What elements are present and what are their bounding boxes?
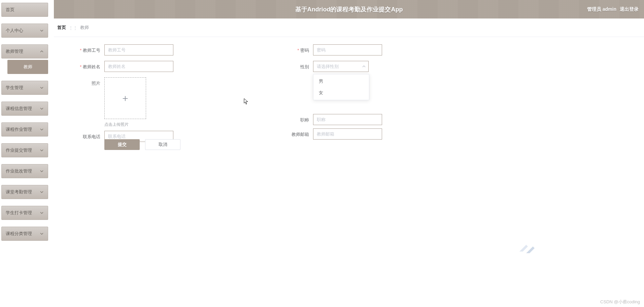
chevron-down-icon [40, 86, 44, 90]
form-buttons: 提交 取消 [67, 139, 276, 150]
submit-button[interactable]: 提交 [104, 139, 140, 150]
sidebar-item-teacher-mgmt[interactable]: 教师管理 [1, 44, 48, 59]
gender-label: 性别 [276, 61, 313, 70]
email-input[interactable] [313, 128, 382, 140]
sidebar-item-label: 课堂考勤管理 [6, 189, 32, 195]
phone-label: 联系电话 [67, 131, 104, 140]
teacher-id-input[interactable] [104, 44, 173, 55]
logout-link[interactable]: 退出登录 [620, 6, 639, 12]
sidebar-item-student-checkin-mgmt[interactable]: 学生打卡管理 [1, 206, 48, 220]
sidebar-item-label: 课程作业管理 [6, 126, 32, 132]
form-row-photo: 照片 ＋ 点击上传照片 [67, 77, 276, 127]
teacher-id-label: 教师工号 [67, 44, 104, 53]
form-row-title: 职称 [276, 114, 485, 125]
sidebar: 首页 个人中心 教师管理 教师 学生管理 课程信息管理 课程作业管理 作业提交管… [0, 0, 49, 307]
photo-upload-wrap: ＋ 点击上传照片 [104, 77, 146, 127]
title-input[interactable] [313, 114, 382, 125]
gender-option-female[interactable]: 女 [313, 87, 369, 99]
gender-option-male[interactable]: 男 [313, 76, 369, 87]
header: 基于Andriod的课程考勤及作业提交App 管理员 admin 退出登录 [54, 0, 644, 18]
sidebar-item-label: 课程分类管理 [6, 231, 32, 237]
photo-upload-hint: 点击上传照片 [104, 122, 146, 127]
form-row-email: 教师邮箱 [276, 128, 485, 140]
sidebar-item-label: 教师管理 [6, 48, 23, 54]
sidebar-item-home[interactable]: 首页 [1, 3, 48, 17]
form-row-teacher-id: 教师工号 [67, 44, 276, 55]
sidebar-subitem-label: 教师 [24, 64, 32, 70]
gender-dropdown: 男 女 [313, 74, 369, 100]
chevron-down-icon [40, 107, 44, 111]
chevron-down-icon [40, 190, 44, 194]
chevron-down-icon [40, 127, 44, 131]
breadcrumb-home[interactable]: 首页 [57, 25, 66, 31]
gender-placeholder: 请选择性别 [317, 64, 339, 70]
sidebar-item-attendance-mgmt[interactable]: 课堂考勤管理 [1, 185, 48, 199]
chevron-up-icon [362, 64, 366, 69]
header-user-area: 管理员 admin 退出登录 [587, 0, 639, 18]
sidebar-item-label: 学生管理 [6, 85, 23, 91]
sidebar-item-homework-grade-mgmt[interactable]: 作业批改管理 [1, 164, 48, 178]
sidebar-item-course-homework-mgmt[interactable]: 课程作业管理 [1, 122, 48, 137]
page-title: 基于Andriod的课程考勤及作业提交App [295, 5, 403, 13]
sidebar-item-label: 首页 [6, 7, 14, 13]
admin-label[interactable]: 管理员 admin [587, 6, 616, 12]
sidebar-item-label: 学生打卡管理 [6, 210, 32, 216]
email-label: 教师邮箱 [276, 128, 313, 138]
password-label: 密码 [276, 44, 313, 53]
chevron-up-icon [40, 49, 44, 53]
chevron-down-icon [40, 169, 44, 173]
teacher-form: 教师工号 密码 教师姓名 性别 请选择性别 男 女 [67, 44, 631, 153]
teacher-name-label: 教师姓名 [67, 61, 104, 70]
sidebar-item-label: 课程信息管理 [6, 106, 32, 112]
cancel-button[interactable]: 取消 [145, 139, 180, 150]
sidebar-item-label: 作业提交管理 [6, 147, 32, 153]
chevron-down-icon [40, 211, 44, 215]
plus-icon: ＋ [121, 92, 130, 105]
password-input[interactable] [313, 44, 382, 55]
breadcrumb-current: 教师 [80, 25, 89, 31]
sidebar-subitem-teacher[interactable]: 教师 [7, 60, 48, 74]
chevron-down-icon [40, 232, 44, 236]
form-row-teacher-name: 教师姓名 [67, 61, 276, 72]
sidebar-item-label: 个人中心 [6, 28, 23, 34]
form-row-password: 密码 [276, 44, 485, 55]
sidebar-item-label: 作业批改管理 [6, 168, 32, 174]
photo-label: 照片 [67, 77, 104, 86]
sidebar-item-personal[interactable]: 个人中心 [1, 24, 48, 38]
teacher-name-input[interactable] [104, 61, 173, 72]
photo-upload-box[interactable]: ＋ [104, 77, 146, 119]
sidebar-item-homework-submit-mgmt[interactable]: 作业提交管理 [1, 143, 48, 157]
chevron-down-icon [40, 29, 44, 33]
title-label: 职称 [276, 114, 313, 123]
sidebar-item-course-info-mgmt[interactable]: 课程信息管理 [1, 102, 48, 116]
chevron-down-icon [40, 148, 44, 152]
main-content: 教师工号 密码 教师姓名 性别 请选择性别 男 女 [54, 37, 644, 307]
breadcrumb: 首页 ⋮⋮ 教师 [54, 18, 644, 37]
sidebar-item-student-mgmt[interactable]: 学生管理 [1, 81, 48, 95]
form-row-gender: 性别 请选择性别 男 女 [276, 61, 485, 72]
gender-select[interactable]: 请选择性别 男 女 [313, 61, 369, 72]
breadcrumb-separator-icon: ⋮⋮ [69, 25, 77, 30]
sidebar-item-course-category-mgmt[interactable]: 课程分类管理 [1, 227, 48, 241]
